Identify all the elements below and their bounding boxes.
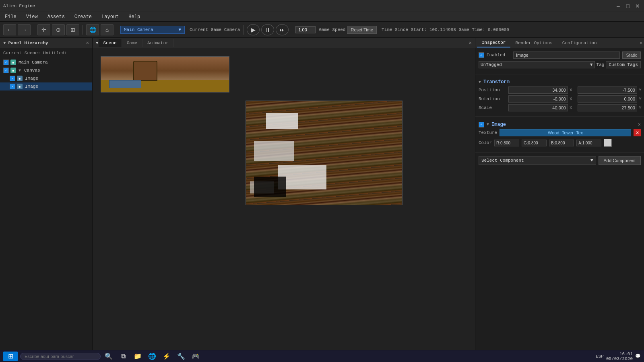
scene-tabs: ▼ Scene Game Animator ✕ bbox=[93, 38, 475, 48]
taskbar-task-view[interactable]: ⧉ bbox=[117, 351, 130, 362]
reset-time-button[interactable]: Reset Time bbox=[347, 26, 377, 34]
speed-input[interactable] bbox=[295, 26, 316, 33]
game-speed-label: Game Speed bbox=[319, 27, 345, 32]
tab-scene[interactable]: Scene bbox=[99, 39, 122, 47]
tab-game[interactable]: Game bbox=[122, 39, 142, 47]
move-tool-button[interactable]: ✛ bbox=[37, 24, 50, 35]
taskbar-app2[interactable]: 🔧 bbox=[175, 351, 188, 362]
toolbar-separator-2 bbox=[83, 25, 83, 35]
close-button[interactable]: ✕ bbox=[634, 3, 641, 9]
hier-icon-main-camera: ■ bbox=[10, 60, 16, 65]
tab-inspector[interactable]: Inspector bbox=[477, 39, 510, 47]
color-a-input[interactable] bbox=[576, 140, 601, 146]
hier-name-main-camera: Main Camera bbox=[19, 60, 48, 65]
scale-tool-button[interactable]: ⊞ bbox=[66, 24, 79, 35]
static-button[interactable]: Static bbox=[622, 51, 641, 59]
image-component-checkbox[interactable]: ✓ bbox=[479, 122, 484, 128]
globe-button[interactable]: 🌐 bbox=[86, 24, 99, 35]
rotate-tool-button[interactable]: ⊙ bbox=[52, 24, 65, 35]
tab-render-options[interactable]: Render Options bbox=[510, 39, 557, 47]
hier-check-image-1[interactable]: ✓ bbox=[10, 76, 15, 81]
menu-help[interactable]: Help bbox=[127, 14, 142, 20]
hierarchy-item-image-2[interactable]: ✓ ■ Image bbox=[0, 82, 92, 90]
image-component-close-button[interactable]: ✕ bbox=[638, 121, 641, 128]
hierarchy-item-image-1[interactable]: ✓ ■ Image bbox=[0, 74, 92, 82]
custom-tags-button[interactable]: Custom Tags bbox=[606, 61, 641, 68]
hier-check-canvas[interactable]: ✓ bbox=[3, 68, 9, 73]
taskbar-app3[interactable]: 🎮 bbox=[189, 351, 202, 362]
tab-animator[interactable]: Animator bbox=[142, 39, 174, 47]
scale-label: Scale bbox=[479, 105, 507, 110]
position-y-input[interactable] bbox=[578, 86, 637, 94]
hier-check-image-2[interactable]: ✓ bbox=[10, 84, 15, 89]
menu-view[interactable]: View bbox=[25, 14, 39, 20]
position-x-input[interactable] bbox=[508, 86, 568, 94]
texture-label: Texture bbox=[479, 130, 497, 135]
hier-expand-canvas[interactable]: ▼ bbox=[19, 68, 23, 73]
inspector-tag-row: UnTagged ▼ Tag Custom Tags bbox=[479, 61, 641, 68]
pause-button[interactable]: ⏸ bbox=[261, 24, 274, 35]
menu-create[interactable]: Create bbox=[73, 14, 93, 20]
hier-name-canvas: Canvas bbox=[24, 68, 40, 73]
color-g-input[interactable] bbox=[522, 140, 547, 146]
rotation-row: Rotation X Y Z bbox=[479, 95, 641, 103]
hierarchy-item-canvas[interactable]: ✓ ■ ▼ Canvas bbox=[0, 66, 92, 74]
select-component-dropdown[interactable]: Select Component ▼ bbox=[479, 156, 596, 165]
transform-title: Transform bbox=[483, 79, 641, 85]
app-title: Alien Engine bbox=[3, 4, 35, 8]
rotation-y-input[interactable] bbox=[578, 95, 637, 103]
camera-name: Main Camera bbox=[124, 27, 153, 32]
add-component-button[interactable]: Add Component bbox=[599, 156, 641, 165]
rotation-x-input[interactable] bbox=[508, 95, 568, 103]
forward-button[interactable]: → bbox=[18, 24, 31, 35]
hier-icon-image-2: ■ bbox=[17, 84, 23, 89]
maximize-button[interactable]: □ bbox=[625, 3, 631, 9]
color-swatch[interactable] bbox=[604, 139, 612, 147]
image-component-section: ✓ ▼ Image ✕ Texture ✕ Color bbox=[475, 117, 644, 153]
texture-value-input[interactable] bbox=[500, 129, 631, 136]
hierarchy-item-main-camera[interactable]: ✓ ■ Main Camera bbox=[0, 58, 92, 66]
color-b-input[interactable] bbox=[549, 140, 574, 146]
component-name-input[interactable] bbox=[513, 51, 620, 59]
step-button[interactable]: ⏭ bbox=[276, 24, 289, 35]
taskbar-app1[interactable]: ⚡ bbox=[160, 351, 173, 362]
inspector-close-button[interactable]: ✕ bbox=[640, 40, 642, 45]
hier-icon-canvas: ■ bbox=[10, 68, 16, 73]
start-button[interactable]: ⊞ bbox=[3, 352, 18, 361]
tab-configuration[interactable]: Configuration bbox=[557, 39, 602, 47]
menu-file[interactable]: File bbox=[3, 14, 18, 20]
taskbar-lang: ESP bbox=[596, 354, 604, 359]
position-label: Position bbox=[479, 88, 507, 93]
image-component-header[interactable]: ✓ ▼ Image ✕ bbox=[479, 120, 641, 129]
taskbar-chrome[interactable]: 🌐 bbox=[146, 351, 159, 362]
taskbar-time: 16:01 05/03/2020 bbox=[606, 352, 633, 361]
back-button[interactable]: ← bbox=[3, 24, 16, 35]
minimize-button[interactable]: – bbox=[615, 3, 621, 9]
camera-dropdown[interactable]: Main Camera ▼ bbox=[120, 26, 185, 34]
taskbar-search[interactable] bbox=[20, 353, 101, 360]
home-button[interactable]: ⌂ bbox=[101, 24, 114, 35]
position-row: Position X Y Z bbox=[479, 86, 641, 94]
enabled-checkbox[interactable]: ✓ bbox=[479, 52, 484, 58]
play-button[interactable]: ▶ bbox=[247, 24, 260, 35]
scale-x-input[interactable] bbox=[508, 104, 568, 111]
tag-value: UnTagged bbox=[481, 62, 502, 67]
toolbar-separator-3 bbox=[117, 25, 117, 35]
hierarchy-close-button[interactable]: ✕ bbox=[86, 40, 89, 46]
color-r-input[interactable] bbox=[494, 140, 519, 146]
inspector-tabs: Inspector Render Options Configuration ✕ bbox=[475, 38, 644, 48]
scene-close-button[interactable]: ✕ bbox=[469, 40, 472, 46]
taskbar-notification[interactable]: 💬 bbox=[635, 354, 641, 359]
texture-clear-button[interactable]: ✕ bbox=[634, 129, 641, 136]
tag-label: Tag bbox=[597, 62, 605, 67]
hier-check-main-camera[interactable]: ✓ bbox=[3, 60, 9, 65]
hierarchy-header: ▼ Panel Hierarchy ✕ bbox=[0, 38, 92, 48]
component-row: Select Component ▼ Add Component bbox=[479, 156, 641, 165]
tag-dropdown[interactable]: UnTagged ▼ bbox=[479, 61, 595, 68]
taskbar-search-button[interactable]: 🔍 bbox=[102, 351, 115, 362]
transform-header[interactable]: ▼ Transform bbox=[479, 78, 641, 86]
menu-layout[interactable]: Layout bbox=[100, 14, 120, 20]
taskbar-explorer[interactable]: 📁 bbox=[131, 351, 144, 362]
menu-assets[interactable]: Assets bbox=[46, 14, 66, 20]
scale-y-input[interactable] bbox=[578, 104, 637, 111]
